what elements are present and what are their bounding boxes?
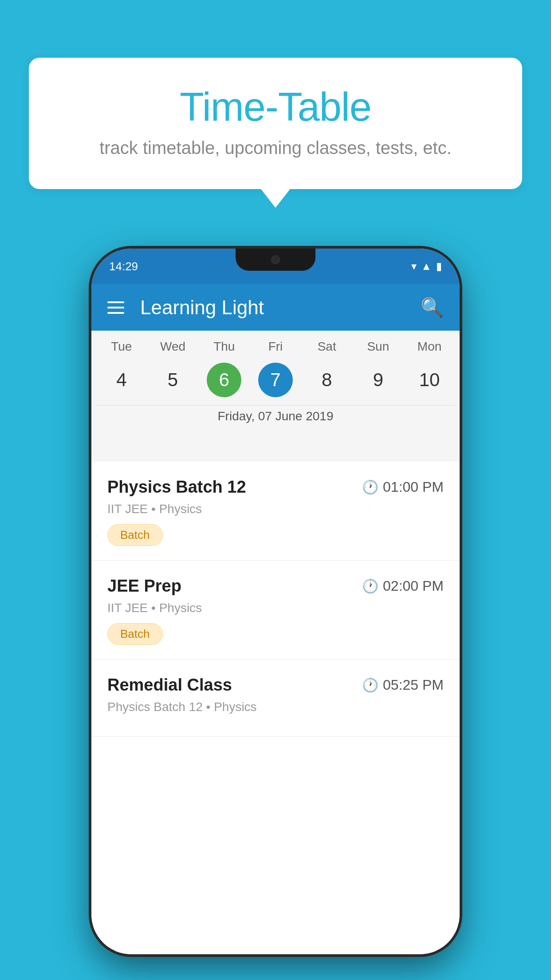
calendar-strip: Tue Wed Thu Fri Sat Sun Mon 4 5 6 7 8 9 … <box>91 331 460 431</box>
date-8[interactable]: 8 <box>310 363 344 397</box>
menu-button[interactable] <box>107 301 124 314</box>
schedule-item-3[interactable]: Remedial Class 🕐 05:25 PM Physics Batch … <box>91 660 460 737</box>
notch <box>236 249 315 271</box>
clock-icon-3: 🕐 <box>362 677 378 693</box>
phone-mockup: 14:29 ▾ ▲ ▮ Learning Light 🔍 <box>91 249 460 954</box>
date-6-today[interactable]: 6 <box>207 363 241 397</box>
schedule-title-2: JEE Prep <box>107 577 181 596</box>
schedule-time-3: 🕐 05:25 PM <box>362 677 444 693</box>
schedule-title-3: Remedial Class <box>107 676 232 695</box>
intro-section: Time-Table track timetable, upcoming cla… <box>29 58 522 189</box>
schedule-time-value-3: 05:25 PM <box>383 677 444 693</box>
day-thu: Thu <box>202 340 246 354</box>
day-wed: Wed <box>151 340 195 354</box>
schedule-list: Physics Batch 12 🕐 01:00 PM IIT JEE • Ph… <box>91 462 460 954</box>
clock-icon-1: 🕐 <box>362 479 378 495</box>
day-sat: Sat <box>305 340 349 354</box>
day-tue: Tue <box>99 340 144 354</box>
schedule-time-1: 🕐 01:00 PM <box>362 479 444 495</box>
schedule-time-value-1: 01:00 PM <box>383 479 444 495</box>
speech-bubble: Time-Table track timetable, upcoming cla… <box>29 58 522 189</box>
date-9[interactable]: 9 <box>361 363 395 397</box>
schedule-meta-2: IIT JEE • Physics <box>107 601 444 615</box>
app-title: Learning Light <box>140 296 421 319</box>
schedule-title-1: Physics Batch 12 <box>107 478 246 497</box>
schedule-item-header-2: JEE Prep 🕐 02:00 PM <box>107 577 444 596</box>
schedule-item-header-1: Physics Batch 12 🕐 01:00 PM <box>107 478 444 497</box>
app-bar: Learning Light 🔍 <box>91 284 460 331</box>
day-headers: Tue Wed Thu Fri Sat Sun Mon <box>96 340 455 358</box>
status-bar: 14:29 ▾ ▲ ▮ <box>91 249 460 284</box>
clock-icon-2: 🕐 <box>362 578 378 594</box>
day-numbers: 4 5 6 7 8 9 10 <box>96 358 455 405</box>
signal-icon: ▲ <box>421 260 432 273</box>
schedule-meta-1: IIT JEE • Physics <box>107 502 444 516</box>
status-icons: ▾ ▲ ▮ <box>411 260 442 273</box>
camera <box>271 255 280 264</box>
schedule-meta-3: Physics Batch 12 • Physics <box>107 700 444 714</box>
date-5[interactable]: 5 <box>156 363 190 397</box>
menu-line-3 <box>107 312 124 314</box>
day-mon: Mon <box>407 340 452 354</box>
date-7-selected[interactable]: 7 <box>258 363 293 397</box>
status-time: 14:29 <box>109 260 138 273</box>
schedule-item-1[interactable]: Physics Batch 12 🕐 01:00 PM IIT JEE • Ph… <box>91 462 460 561</box>
battery-icon: ▮ <box>436 260 442 273</box>
schedule-time-2: 🕐 02:00 PM <box>362 578 444 594</box>
batch-badge-2: Batch <box>107 623 163 645</box>
batch-badge-1: Batch <box>107 524 163 546</box>
phone-frame: 14:29 ▾ ▲ ▮ Learning Light 🔍 <box>91 249 460 954</box>
selected-date-label: Friday, 07 June 2019 <box>96 405 455 431</box>
schedule-item-2[interactable]: JEE Prep 🕐 02:00 PM IIT JEE • Physics Ba… <box>91 561 460 660</box>
day-fri: Fri <box>253 340 298 354</box>
bubble-title: Time-Table <box>64 84 487 130</box>
menu-line-1 <box>107 301 124 303</box>
schedule-item-header-3: Remedial Class 🕐 05:25 PM <box>107 676 444 695</box>
bubble-subtitle: track timetable, upcoming classes, tests… <box>64 138 487 158</box>
date-4[interactable]: 4 <box>104 363 139 397</box>
day-sun: Sun <box>356 340 400 354</box>
date-10[interactable]: 10 <box>412 363 447 397</box>
wifi-icon: ▾ <box>411 260 417 273</box>
search-button[interactable]: 🔍 <box>421 296 444 318</box>
phone-screen: 14:29 ▾ ▲ ▮ Learning Light 🔍 <box>91 249 460 954</box>
menu-line-2 <box>107 307 124 308</box>
schedule-time-value-2: 02:00 PM <box>383 578 444 594</box>
